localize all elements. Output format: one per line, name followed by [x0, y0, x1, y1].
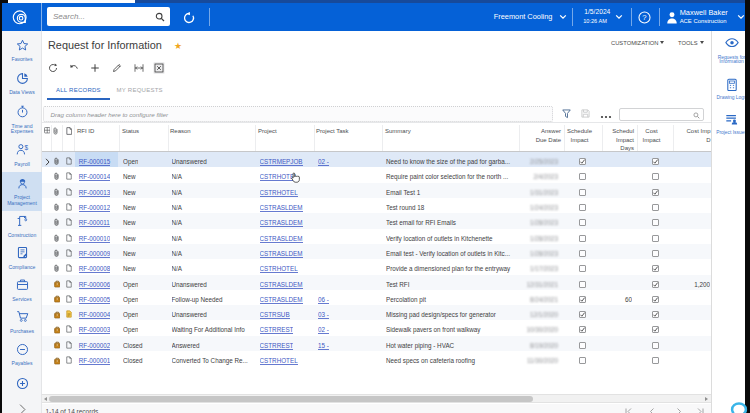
svg-text:$: $ [24, 144, 28, 151]
svg-text:?: ? [642, 13, 646, 22]
